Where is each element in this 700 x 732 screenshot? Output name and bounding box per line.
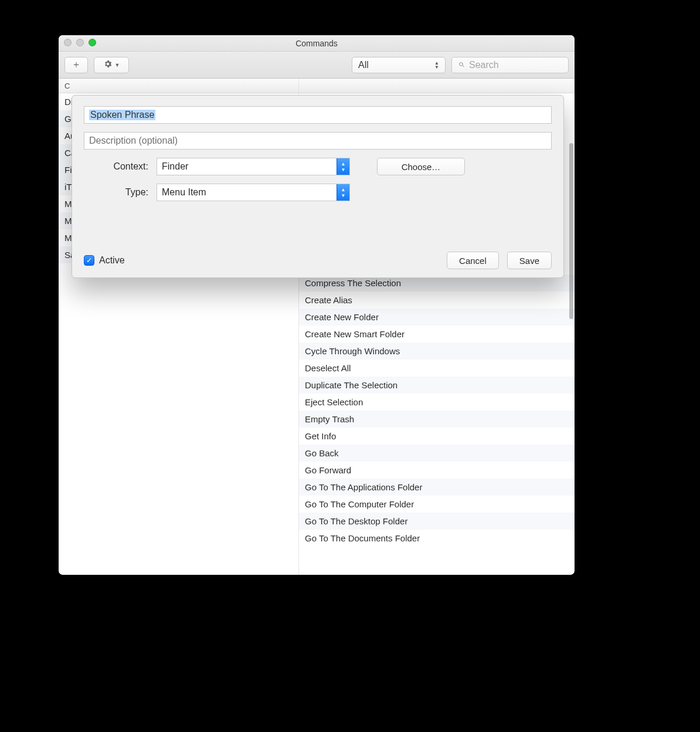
list-item-label: Go To The Documents Folder [305, 533, 420, 543]
zoom-window-button[interactable] [89, 39, 96, 46]
list-item-label: Empty Trash [305, 414, 354, 424]
plus-icon: ＋ [72, 59, 81, 71]
cancel-label: Cancel [459, 256, 487, 266]
list-item[interactable]: Create New Folder [299, 309, 575, 326]
list-item[interactable]: Go Forward [299, 462, 575, 479]
add-button[interactable]: ＋ [64, 57, 88, 73]
window-title: Commands [295, 39, 338, 48]
description-field[interactable]: Description (optional) [84, 132, 552, 150]
context-value: Finder [162, 161, 188, 172]
cancel-button[interactable]: Cancel [447, 252, 499, 269]
save-label: Save [519, 256, 539, 266]
close-window-button[interactable] [64, 39, 72, 46]
type-label: Type: [84, 187, 148, 198]
chevron-down-icon: ▼ [115, 62, 120, 68]
stepper-icon: ▲▼ [434, 61, 439, 69]
list-item[interactable]: Deselect All [299, 360, 575, 377]
context-popup[interactable]: Finder ▲▼ [157, 158, 350, 175]
list-item[interactable]: Empty Trash [299, 411, 575, 428]
window-controls [64, 39, 96, 46]
list-item[interactable]: Go Back [299, 445, 575, 462]
list-item-label: Cycle Through Windows [305, 346, 400, 356]
stepper-icon: ▲▼ [337, 158, 349, 175]
type-popup[interactable]: Menu Item ▲▼ [157, 184, 350, 201]
list-item-label: Go To The Applications Folder [305, 482, 422, 492]
list-item[interactable]: Create Alias [299, 292, 575, 309]
context-label: Context: [84, 161, 148, 172]
list-item-label: Deselect All [305, 363, 351, 373]
description-placeholder: Description (optional) [89, 135, 178, 146]
list-item[interactable]: Eject Selection [299, 394, 575, 411]
filter-popup[interactable]: All ▲▼ [352, 57, 446, 73]
save-button[interactable]: Save [507, 252, 552, 269]
titlebar: Commands [59, 35, 575, 52]
sidebar-item-label: M [64, 199, 72, 209]
context-list-header: C [59, 79, 298, 93]
list-item-label: Create Alias [305, 295, 352, 305]
list-item[interactable]: Create New Smart Folder [299, 326, 575, 343]
list-item-label: Create New Folder [305, 312, 379, 322]
search-field[interactable]: Search [451, 57, 569, 73]
list-item[interactable]: Go To The Desktop Folder [299, 513, 575, 530]
spoken-phrase-value: Spoken Phrase [89, 110, 155, 120]
active-label: Active [99, 255, 125, 266]
list-item-label: Go To The Desktop Folder [305, 516, 407, 526]
sidebar-item-label: M [64, 216, 72, 226]
list-item[interactable]: Go To The Computer Folder [299, 496, 575, 513]
list-item[interactable]: Duplicate The Selection [299, 377, 575, 394]
toolbar: ＋ ▼ All ▲▼ Search [59, 52, 575, 79]
list-item-label: Go Back [305, 448, 339, 458]
choose-label: Choose… [402, 162, 441, 172]
search-placeholder: Search [469, 60, 499, 70]
command-list-header [299, 79, 575, 93]
filter-value: All [358, 60, 369, 70]
scrollbar-thumb[interactable] [569, 143, 573, 319]
search-icon [458, 61, 465, 69]
commands-window: Commands ＋ ▼ All ▲▼ Search [59, 35, 575, 575]
list-item[interactable]: Cycle Through Windows [299, 343, 575, 360]
list-item-label: Compress The Selection [305, 278, 401, 288]
gear-icon [103, 59, 113, 71]
list-item-label: Duplicate The Selection [305, 380, 397, 390]
list-item-label: Go To The Computer Folder [305, 499, 414, 509]
sidebar-item-label: Fi [64, 165, 72, 175]
sidebar-item-label: iT [64, 182, 72, 192]
list-item[interactable]: Go To The Applications Folder [299, 479, 575, 496]
stepper-icon: ▲▼ [337, 184, 349, 201]
minimize-window-button[interactable] [76, 39, 84, 46]
check-icon: ✓ [84, 255, 94, 266]
active-checkbox[interactable]: ✓ Active [84, 255, 125, 266]
list-item[interactable]: Get Info [299, 428, 575, 445]
list-item[interactable]: Go To The Documents Folder [299, 530, 575, 547]
list-item-label: Go Forward [305, 465, 351, 475]
list-item-label: Get Info [305, 431, 336, 441]
type-value: Menu Item [162, 187, 206, 198]
spoken-phrase-field[interactable]: Spoken Phrase [84, 106, 552, 124]
list-item-label: Eject Selection [305, 397, 363, 407]
actions-menu-button[interactable]: ▼ [94, 57, 129, 73]
list-item-label: Create New Smart Folder [305, 329, 405, 339]
edit-command-sheet: Spoken Phrase Description (optional) Con… [72, 95, 564, 278]
context-list-header-label: C [64, 82, 70, 90]
choose-button[interactable]: Choose… [377, 158, 465, 175]
